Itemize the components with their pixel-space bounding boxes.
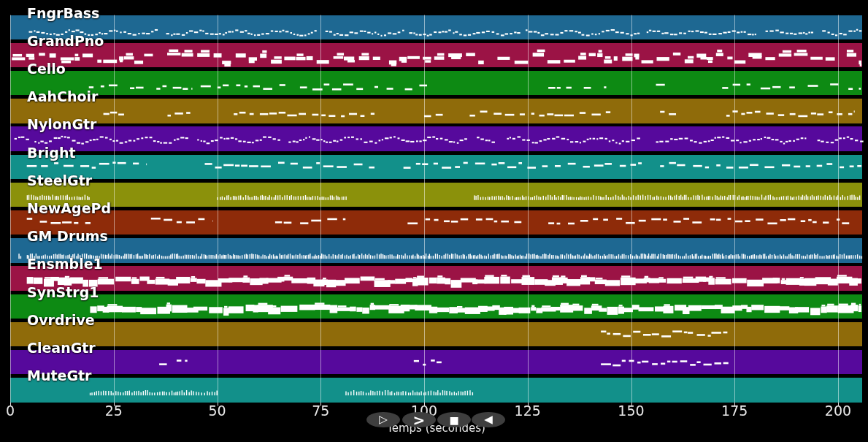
track-label: NewAgePd xyxy=(27,200,111,216)
track-band xyxy=(10,294,862,319)
track-label: MuteGtr xyxy=(27,367,91,384)
fast-forward-icon: > xyxy=(413,413,426,427)
track-label: Ensmble1 xyxy=(27,256,103,272)
transport-stop-button[interactable]: ■ xyxy=(437,412,471,427)
track-band xyxy=(10,71,862,96)
track-band xyxy=(10,378,862,403)
track-label: Ovrdrive xyxy=(27,312,95,328)
track-label: Bright xyxy=(27,145,76,161)
x-tick-label: 175 xyxy=(721,404,748,418)
x-axis-label: Temps (secondes) xyxy=(387,422,485,434)
x-tick-label: 200 xyxy=(825,404,851,418)
x-tick-label: 25 xyxy=(105,404,123,418)
track-label: NylonGtr xyxy=(27,116,96,132)
x-tick-label: 125 xyxy=(515,404,541,418)
transport-play-button[interactable]: ▷ xyxy=(366,412,400,427)
track-band xyxy=(10,126,862,151)
track-label: SynStrg1 xyxy=(27,284,99,300)
track-label: SteelGtr xyxy=(27,172,92,188)
track-label: GrandPno xyxy=(27,33,104,49)
x-tick-label: 150 xyxy=(618,404,644,418)
transport-fast-forward-button[interactable]: > xyxy=(402,412,436,427)
x-tick-label: 0 xyxy=(6,404,15,418)
stop-icon: ■ xyxy=(449,415,458,425)
track-label: Cello xyxy=(27,61,66,77)
track-band xyxy=(10,15,862,40)
x-tick-label: 50 xyxy=(208,404,226,418)
midi-track-overview-figure: FngrBassGrandPnoCelloAahChoirNylonGtrBri… xyxy=(0,0,868,442)
rewind-icon: ◀ xyxy=(484,414,493,425)
track-label: FngrBass xyxy=(27,5,99,21)
track-label: CleanGtr xyxy=(27,340,96,356)
play-icon: ▷ xyxy=(379,414,388,425)
track-label: GM Drums xyxy=(27,228,108,244)
x-tick-label: 75 xyxy=(312,404,329,418)
track-band xyxy=(10,99,862,123)
track-band xyxy=(10,322,862,347)
track-band xyxy=(10,266,862,291)
track-label: AahChoir xyxy=(27,88,98,104)
track-band xyxy=(10,238,862,263)
transport-rewind-button[interactable]: ◀ xyxy=(472,412,505,427)
track-band xyxy=(10,43,862,68)
track-band xyxy=(10,350,862,375)
track-band xyxy=(10,210,862,235)
track-band xyxy=(10,155,862,180)
track-band xyxy=(10,183,862,207)
